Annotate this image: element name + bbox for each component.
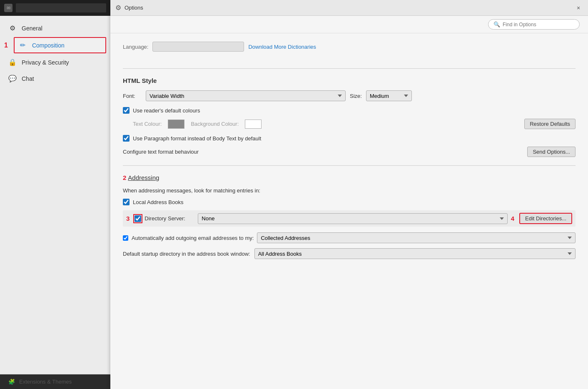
section-divider-1 (123, 68, 576, 69)
sidebar-item-chat-label: Chat (22, 75, 34, 82)
sidebar-item-chat[interactable]: 💬 Chat (0, 70, 110, 87)
directory-server-select[interactable]: None LDAP Server 1 (198, 213, 507, 224)
app-icon: ✉ (4, 4, 12, 12)
addressing-title: Addressing (128, 174, 159, 181)
use-paragraph-checkbox[interactable] (123, 135, 130, 142)
html-style-title: HTML Style (123, 77, 576, 84)
bg-colour-swatch[interactable] (245, 120, 262, 129)
configure-text-row: Configure text format behaviour Send Opt… (123, 147, 576, 157)
size-select[interactable]: Small Medium Large Extra Large (366, 90, 412, 101)
app-left-panel: ✉ ⚙ General 1 ✏ Composition 🔒 Privacy & … (0, 0, 110, 389)
language-label: Language: (123, 44, 148, 50)
step2-badge: 2 (123, 174, 126, 181)
font-row: Font: Variable Width Arial Times New Rom… (123, 90, 576, 101)
edit-directories-button[interactable]: Edit Directories... (519, 213, 572, 224)
addressing-heading-row: 2 Addressing (123, 174, 576, 181)
options-titlebar: ⚙ Options × (110, 0, 588, 16)
use-paragraph-label: Use Paragraph format instead of Body Tex… (133, 135, 261, 142)
step1-badge: 1 (0, 42, 8, 49)
use-reader-colors-checkbox[interactable] (123, 107, 130, 114)
local-address-books-label: Local Address Books (133, 199, 183, 205)
sidebar-item-composition[interactable]: ✏ Composition (14, 37, 106, 53)
options-header: 🔍 (110, 16, 588, 33)
addressing-description: When addressing messages, look for match… (123, 187, 576, 194)
sidebar-item-privacy-label: Privacy & Security (22, 59, 69, 66)
sidebar-item-composition-label: Composition (32, 42, 65, 49)
language-input-placeholder (152, 42, 244, 52)
section-divider-2 (123, 165, 576, 166)
restore-defaults-button[interactable]: Restore Defaults (524, 119, 576, 129)
download-dictionaries-link[interactable]: Download More Dictionaries (248, 44, 316, 50)
color-row: Text Colour: Background Colour: Restore … (133, 119, 576, 129)
auto-add-row: Automatically add outgoing email address… (123, 232, 576, 243)
auto-add-checkbox[interactable] (123, 235, 128, 241)
send-options-button[interactable]: Send Options... (527, 147, 576, 157)
local-address-books-row: Local Address Books (123, 199, 576, 205)
sidebar-item-general[interactable]: ⚙ General (0, 20, 110, 36)
step4-badge: 4 (511, 215, 514, 222)
configure-text-label: Configure text format behaviour (123, 149, 199, 155)
directory-server-row: 3 Directory Server: None LDAP Server 1 4… (123, 210, 576, 227)
puzzle-icon: 🧩 (8, 379, 15, 385)
options-title: Options (125, 5, 571, 11)
default-startup-label: Default startup directory in the address… (123, 251, 250, 257)
use-paragraph-row: Use Paragraph format instead of Body Tex… (123, 135, 576, 142)
sidebar: ⚙ General 1 ✏ Composition 🔒 Privacy & Se… (0, 16, 110, 374)
size-label: Size: (350, 93, 362, 99)
app-title-bar: ✉ (0, 0, 110, 16)
app-title-input[interactable] (16, 3, 106, 12)
gear-icon: ⚙ (8, 24, 17, 32)
options-content: Language: Download More Dictionaries HTM… (110, 33, 588, 389)
font-label: Font: (123, 93, 142, 99)
close-button[interactable]: × (574, 3, 583, 12)
auto-add-label: Automatically add outgoing email address… (132, 235, 254, 241)
extensions-themes-label: Extensions & Themes (19, 379, 72, 385)
chat-icon: 💬 (8, 75, 17, 82)
sidebar-item-privacy-security[interactable]: 🔒 Privacy & Security (0, 54, 110, 70)
font-select[interactable]: Variable Width Arial Times New Roman Cou… (146, 90, 346, 101)
collected-addresses-select[interactable]: Collected Addresses Personal Address Boo… (257, 232, 576, 243)
addressing-section: 2 Addressing When addressing messages, l… (123, 174, 576, 259)
options-gear-icon: ⚙ (115, 4, 121, 12)
find-in-options-input[interactable] (503, 22, 574, 27)
bg-colour-label: Background Colour: (191, 121, 239, 127)
use-reader-colors-label: Use reader's default colours (133, 107, 200, 114)
use-reader-colors-row: Use reader's default colours (123, 107, 576, 114)
directory-server-label: Directory Server: (145, 215, 194, 222)
step3-badge: 3 (126, 215, 130, 222)
options-window: ⚙ Options × 🔍 Language: Download More Di… (110, 0, 588, 389)
default-startup-select[interactable]: All Address Books Personal Address Book … (254, 248, 576, 259)
text-colour-label: Text Colour: (133, 121, 162, 127)
local-address-books-checkbox[interactable] (123, 199, 130, 205)
default-dir-row: Default startup directory in the address… (123, 248, 576, 259)
find-in-options-container: 🔍 (488, 19, 580, 30)
directory-server-checkbox[interactable] (135, 215, 141, 222)
search-icon: 🔍 (493, 21, 500, 27)
lock-icon: 🔒 (8, 58, 17, 66)
sidebar-item-general-label: General (22, 25, 42, 32)
language-row: Language: Download More Dictionaries (123, 42, 576, 58)
pencil-icon: ✏ (19, 41, 27, 49)
sidebar-bottom[interactable]: 🧩 Extensions & Themes (0, 374, 110, 389)
text-colour-swatch[interactable] (168, 120, 184, 129)
html-style-section: HTML Style Font: Variable Width Arial Ti… (123, 77, 576, 157)
